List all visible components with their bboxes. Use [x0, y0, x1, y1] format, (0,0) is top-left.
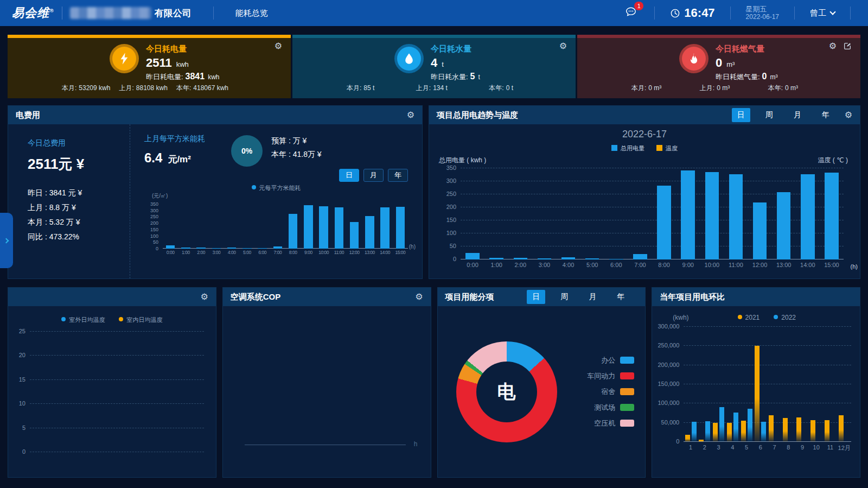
- cost-row-yesterday: 昨日 : 3841 元 ¥: [28, 186, 130, 200]
- tab-day[interactable]: 日: [732, 108, 750, 122]
- stat-year: 本年:418067 kwh: [176, 84, 228, 93]
- x-axis-unit: (h): [851, 263, 858, 270]
- divider: [730, 7, 731, 20]
- kpi-yesterday: 昨日耗燃气量:0m³: [716, 72, 778, 82]
- tab-month[interactable]: 月: [363, 169, 384, 182]
- period-tabs: 日 周 月 年: [732, 108, 835, 122]
- cost-row-last-month: 上月 : 8.8 万 ¥: [28, 200, 130, 215]
- user-menu[interactable]: 曾工: [810, 8, 835, 18]
- clock: 16:47: [670, 6, 714, 20]
- stat-month: 本月:0 m³: [631, 84, 661, 93]
- legend-item: 车间动力: [587, 371, 634, 381]
- water-drop-icon: [394, 44, 424, 73]
- time-text: 16:47: [684, 6, 714, 20]
- chart-legend: 总用电量 温度: [429, 144, 860, 153]
- legend-item: 总用电量: [611, 144, 644, 153]
- legend-item: 2021: [738, 314, 760, 321]
- tab-day[interactable]: 日: [339, 169, 359, 182]
- tab-month[interactable]: 月: [583, 290, 602, 304]
- stat-last-month: 上月:0 m³: [700, 84, 730, 93]
- legend-swatch: [620, 404, 634, 411]
- tab-year[interactable]: 年: [611, 290, 630, 304]
- brand: 易会维® 有限公司: [12, 5, 192, 21]
- tab-year[interactable]: 年: [388, 169, 408, 182]
- budget-line: 预算 : 万 ¥: [271, 134, 322, 148]
- legend-dot: [119, 317, 123, 321]
- kpi-yesterday: 昨日耗水量:5t: [431, 72, 480, 82]
- gear-icon[interactable]: ⚙: [829, 42, 837, 50]
- tab-week[interactable]: 周: [760, 108, 778, 122]
- chart-legend: 元每平方米能耗: [144, 184, 408, 192]
- legend-dot: [738, 315, 742, 319]
- panel-title: 当年项目用电环比: [660, 292, 725, 302]
- budget-progress-circle: 0%: [231, 135, 263, 167]
- flame-icon: [679, 44, 709, 73]
- today-cost-label: 今日总费用: [28, 138, 130, 148]
- tab-year[interactable]: 年: [816, 108, 835, 122]
- cost-row-month: 本月 : 5.32 万 ¥: [28, 215, 130, 230]
- date-block: 星期五 2022-06-17: [746, 5, 779, 21]
- edit-icon[interactable]: [843, 42, 852, 50]
- x-axis-unit: (h): [409, 244, 416, 250]
- tab-day[interactable]: 日: [527, 290, 545, 304]
- unread-badge: 1: [634, 2, 643, 10]
- gear-icon[interactable]: ⚙: [845, 111, 852, 119]
- company-suffix: 有限公司: [155, 7, 192, 20]
- panel-title: 项目总用电趋势与温度: [437, 110, 518, 121]
- y-axis-unit: (kwh): [673, 314, 688, 321]
- ac-cop-panel: 空调系统COP ⚙ h: [222, 287, 431, 478]
- budget-block: 预算 : 万 ¥ 本年 : 41.8万 ¥: [271, 134, 322, 161]
- sqm-value: 6.4元/m²: [144, 150, 205, 166]
- company-name-redacted: [70, 7, 151, 19]
- panel-header: ⚙: [8, 288, 216, 306]
- panel-header: 项目总用电趋势与温度 日 周 月 年 ⚙: [429, 106, 860, 124]
- stat-month: 本月:53209 kwh: [62, 84, 110, 93]
- legend-dot: [252, 185, 256, 189]
- sidebar-expand-toggle[interactable]: [0, 213, 13, 268]
- tab-week[interactable]: 周: [555, 290, 573, 304]
- daily-temperature-chart: 0510152025: [12, 332, 204, 452]
- x-axis-unit: h: [414, 440, 418, 448]
- messages-button[interactable]: 1: [625, 6, 637, 20]
- registered-mark: ®: [50, 8, 54, 14]
- panel-header: 电费用 ⚙: [8, 106, 422, 124]
- stat-month: 本月:85 t: [347, 84, 374, 93]
- donut-center-label: 电: [497, 379, 516, 404]
- lightning-icon: [110, 44, 139, 73]
- energy-breakdown-panel: 项目用能分项 日 周 月 年 电 办公 车间动力 宿舍 测试场: [437, 287, 646, 478]
- legend-item: 办公: [587, 356, 634, 365]
- stat-last-month: 上月:134 t: [416, 84, 448, 93]
- kpi-value: 4t: [431, 56, 480, 70]
- period-tabs: 日 月 年: [144, 169, 408, 182]
- electricity-cost-panel: 电费用 ⚙ 今日总费用 2511元 ¥ 昨日 : 3841 元 ¥ 上月 : 8…: [8, 105, 423, 279]
- kpi-title: 今日耗燃气量: [716, 44, 778, 54]
- y-axis-unit: (元/㎡): [152, 192, 408, 200]
- tab-month[interactable]: 月: [788, 108, 807, 122]
- legend-item: 空压机: [587, 419, 634, 428]
- today-cost-value: 2511元 ¥: [28, 155, 130, 174]
- legend-swatch: [611, 145, 617, 151]
- weekday: 星期五: [746, 5, 779, 13]
- gear-icon[interactable]: ⚙: [200, 293, 208, 301]
- gear-icon[interactable]: ⚙: [275, 42, 282, 50]
- divider: [213, 7, 214, 20]
- gear-icon[interactable]: ⚙: [407, 111, 414, 119]
- chevron-down-icon: [829, 9, 835, 15]
- panel-header: 当年项目用电环比: [652, 288, 860, 306]
- cost-row-yoy: 同比 : 473.22%: [28, 230, 130, 244]
- topbar: 易会维® 有限公司 能耗总览 1 16:47 星期五 2022-06-17 曾工: [0, 0, 868, 26]
- panel-title: 空调系统COP: [231, 292, 281, 302]
- kpi-title: 今日耗电量: [146, 44, 220, 54]
- kpi-value: 2511kwh: [146, 56, 220, 70]
- divider: [850, 7, 851, 20]
- yearly-comparison-panel: 当年项目用电环比 (kwh) 2021 2022 050,000100,0001…: [652, 287, 860, 478]
- yearly-comparison-chart: 050,000100,000150,000200,000250,000300,0…: [653, 327, 851, 452]
- gear-icon[interactable]: ⚙: [415, 293, 423, 301]
- kpi-card-water: ⚙ 今日耗水量 4t 昨日耗水量:5t 本月:85 t 上月:134 t 本年:…: [292, 35, 576, 98]
- nav-tab-energy-overview[interactable]: 能耗总览: [235, 8, 268, 18]
- temperature-panel: ⚙ 室外日均温度 室内日均温度 0510152025: [8, 287, 216, 478]
- gear-icon[interactable]: ⚙: [559, 42, 567, 50]
- legend-item: 室内日均温度: [119, 316, 162, 324]
- chart-legend: 室外日均温度 室内日均温度: [8, 316, 216, 324]
- panel-header: 项目用能分项 日 周 月 年: [438, 288, 646, 306]
